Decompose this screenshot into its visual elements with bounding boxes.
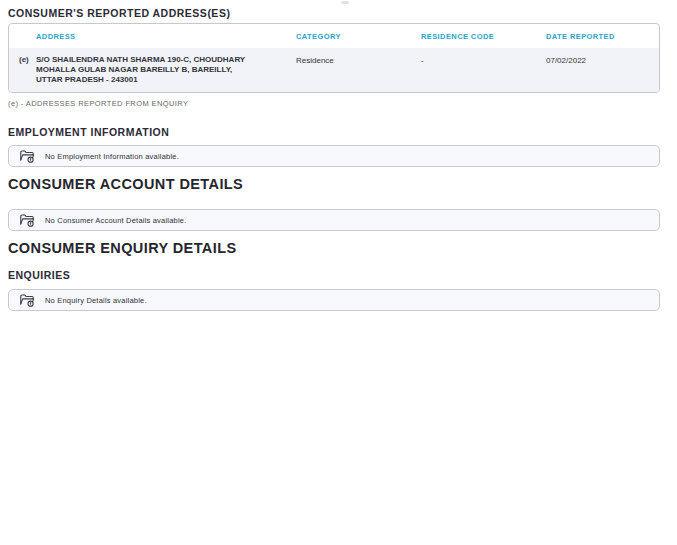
empty-folder-icon (19, 149, 35, 163)
empty-folder-icon (19, 213, 35, 227)
addresses-table: ADDRESS CATEGORY RESIDENCE CODE DATE REP… (8, 23, 660, 93)
column-header-residence-code: RESIDENCE CODE (421, 32, 546, 41)
section-title-consumer-enquiry-details: CONSUMER ENQUIRY DETAILS (8, 240, 669, 257)
section-title-consumer-account-details: CONSUMER ACCOUNT DETAILS (8, 176, 669, 193)
address-cell: S/O SHAILENDRA NATH SHARMA 190-C, CHOUDH… (36, 55, 268, 85)
empty-state-message: No Consumer Account Details available. (45, 216, 186, 225)
section-title-employment-information: EMPLOYMENT INFORMATION (8, 126, 669, 138)
empty-state-message: No Enquiry Details available. (45, 296, 147, 305)
category-cell: Residence (296, 55, 421, 66)
section-title-enquiries: ENQUIRIES (8, 269, 669, 281)
empty-state-message: No Employment Information available. (45, 152, 179, 161)
column-header-category: CATEGORY (296, 32, 421, 41)
date-reported-cell: 07/02/2022 (546, 55, 649, 66)
residence-code-cell: - (421, 55, 546, 66)
empty-folder-icon (19, 293, 35, 307)
address-enquiry-marker: (e) (19, 55, 36, 65)
section-title-reported-addresses: CONSUMER'S REPORTED ADDRESS(ES) (8, 7, 669, 19)
employment-empty-state: No Employment Information available. (8, 145, 660, 167)
credit-report-page: CONSUMER'S REPORTED ADDRESS(ES) ADDRESS … (0, 7, 677, 311)
account-details-empty-state: No Consumer Account Details available. (8, 209, 660, 231)
enquiries-empty-state: No Enquiry Details available. (8, 289, 660, 311)
column-header-address: ADDRESS (36, 32, 296, 41)
enquiry-addresses-footnote: (e) - ADDRESSES REPORTED FROM ENQUIRY (8, 99, 669, 108)
addresses-table-header: ADDRESS CATEGORY RESIDENCE CODE DATE REP… (9, 24, 659, 48)
column-header-date-reported: DATE REPORTED (546, 32, 649, 41)
clipped-text-fragment (341, 1, 349, 4)
table-row: (e) S/O SHAILENDRA NATH SHARMA 190-C, CH… (9, 48, 659, 92)
